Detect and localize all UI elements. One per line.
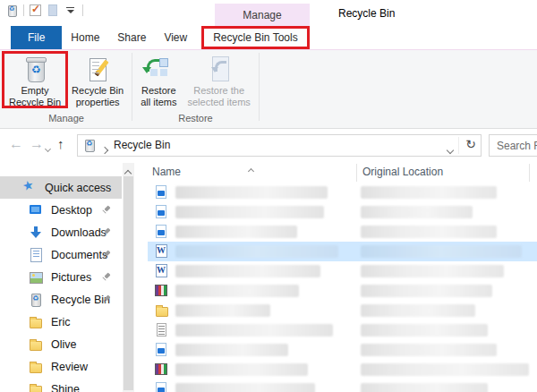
table-row[interactable] bbox=[148, 281, 537, 301]
redacted-original-location bbox=[361, 285, 492, 297]
empty-recycle-bin-icon bbox=[20, 54, 50, 84]
tab-share[interactable]: Share bbox=[108, 26, 155, 49]
redacted-file-name bbox=[175, 324, 333, 337]
sidebar-item-label: Downloads bbox=[51, 226, 107, 239]
address-separator bbox=[458, 137, 459, 154]
redacted-original-location bbox=[361, 206, 473, 218]
up-arrow-icon[interactable] bbox=[57, 136, 64, 151]
redacted-file-name bbox=[175, 344, 288, 356]
button-label: Restoreall items bbox=[141, 85, 176, 108]
media-file-icon bbox=[155, 205, 168, 219]
tab-view[interactable]: View bbox=[155, 26, 196, 49]
group-label-restore: Restore bbox=[135, 113, 256, 128]
desktop-icon bbox=[29, 203, 43, 217]
table-row[interactable] bbox=[148, 360, 537, 379]
column-header-name[interactable]: Name bbox=[152, 166, 181, 178]
group-label-manage: Manage bbox=[4, 113, 129, 128]
pin-icon bbox=[102, 227, 112, 237]
button-label: EmptyRecycle Bin bbox=[9, 85, 61, 108]
sidebar-item-label: Eric bbox=[51, 316, 71, 328]
sort-ascending-icon bbox=[249, 164, 253, 176]
redacted-original-location bbox=[361, 226, 497, 238]
sidebar-item-documents[interactable]: Documents bbox=[0, 243, 122, 266]
breadcrumb-chevron-icon[interactable] bbox=[102, 143, 107, 156]
recycle-bin-icon[interactable] bbox=[5, 4, 19, 17]
table-row[interactable] bbox=[148, 320, 537, 340]
sidebar-item-pictures[interactable]: Pictures bbox=[0, 266, 122, 288]
pin-icon bbox=[102, 272, 112, 282]
table-row[interactable] bbox=[148, 242, 537, 261]
column-separator[interactable] bbox=[529, 164, 530, 182]
sidebar-item-quick-access[interactable]: Quick access bbox=[0, 176, 122, 199]
button-recycle-bin-properties[interactable]: Recycle Binproperties bbox=[66, 52, 129, 110]
table-row[interactable] bbox=[148, 379, 537, 392]
table-row[interactable] bbox=[148, 340, 537, 360]
sidebar-item-shine[interactable]: Shine bbox=[0, 378, 122, 392]
forward-arrow-icon[interactable] bbox=[30, 136, 44, 152]
icon-detail bbox=[94, 60, 108, 77]
ribbon-group-buttons: Restoreall itemsRestore theselected item… bbox=[135, 50, 256, 113]
sidebar-item-downloads[interactable]: Downloads bbox=[0, 221, 122, 243]
recycle-bin-icon bbox=[29, 293, 43, 307]
folder-icon bbox=[155, 303, 168, 318]
search-input[interactable] bbox=[490, 135, 537, 156]
pin-icon bbox=[102, 294, 112, 304]
rar-file-icon bbox=[155, 284, 168, 298]
file-list bbox=[134, 183, 537, 392]
table-row[interactable] bbox=[148, 183, 537, 202]
recent-locations-dropdown-icon[interactable] bbox=[46, 141, 50, 154]
sidebar-item-recycle-bin[interactable]: Recycle Bin bbox=[0, 288, 122, 311]
folder-icon bbox=[29, 360, 43, 374]
recycle-bin-icon bbox=[83, 139, 97, 152]
search-box bbox=[489, 134, 537, 157]
redacted-original-location bbox=[361, 304, 475, 317]
restore-selected-items-icon bbox=[204, 54, 234, 84]
table-row[interactable] bbox=[148, 202, 537, 222]
group-separator bbox=[259, 53, 260, 121]
customize-toolbar-arrow-icon[interactable] bbox=[64, 4, 78, 17]
new-item-icon[interactable] bbox=[47, 4, 60, 17]
redacted-file-name bbox=[175, 383, 315, 392]
sidebar-items: Quick accessDesktopDownloadsDocumentsPic… bbox=[0, 176, 122, 392]
back-arrow-icon[interactable] bbox=[9, 136, 23, 152]
address-box[interactable]: Recycle Bin bbox=[77, 134, 482, 157]
redacted-original-location bbox=[361, 363, 529, 376]
sidebar-scrollbar[interactable] bbox=[123, 163, 134, 392]
tab-recycle-bin-tools[interactable]: Recycle Bin Tools bbox=[201, 26, 310, 49]
redacted-original-location bbox=[361, 383, 488, 392]
sidebar-item-olive[interactable]: Olive bbox=[0, 333, 122, 355]
recycle-bin-properties-icon bbox=[82, 54, 113, 84]
explorer-window: Manage Recycle Bin FileHomeShareViewRecy… bbox=[0, 0, 537, 392]
scrollbar-thumb[interactable] bbox=[124, 176, 133, 390]
column-header-original-location[interactable]: Original Location bbox=[362, 166, 443, 178]
tab-file[interactable]: File bbox=[11, 26, 62, 49]
table-row[interactable] bbox=[148, 301, 537, 320]
table-row[interactable] bbox=[148, 222, 537, 242]
redacted-file-name bbox=[175, 206, 324, 218]
button-restore-all-items[interactable]: Restoreall items bbox=[135, 52, 182, 110]
column-separator[interactable] bbox=[356, 164, 357, 182]
toolbar-separator bbox=[82, 4, 83, 16]
button-empty-recycle-bin[interactable]: EmptyRecycle Bin bbox=[4, 52, 66, 110]
button-restore-the-selected-items[interactable]: Restore theselected items bbox=[183, 52, 256, 110]
sidebar-item-eric[interactable]: Eric bbox=[0, 311, 122, 333]
word-file-icon bbox=[155, 264, 168, 278]
rar-file-icon bbox=[155, 362, 168, 377]
group-separator bbox=[132, 53, 132, 121]
icon-detail bbox=[26, 57, 47, 63]
toolbar-separator bbox=[23, 4, 24, 16]
refresh-icon[interactable] bbox=[465, 137, 476, 151]
redacted-file-name bbox=[175, 226, 297, 238]
breadcrumb[interactable]: Recycle Bin bbox=[114, 139, 170, 151]
sidebar-item-desktop[interactable]: Desktop bbox=[0, 199, 122, 221]
pin-icon bbox=[102, 250, 112, 260]
redacted-file-name bbox=[175, 285, 299, 297]
ribbon-group-restore: Restoreall itemsRestore theselected item… bbox=[135, 50, 256, 128]
tab-home[interactable]: Home bbox=[62, 26, 108, 49]
ribbon-group-manage: EmptyRecycle BinRecycle BinpropertiesMan… bbox=[4, 50, 129, 128]
media-file-icon bbox=[155, 185, 168, 200]
sidebar-item-review[interactable]: Review bbox=[0, 355, 122, 378]
address-dropdown-icon[interactable] bbox=[448, 143, 453, 156]
properties-check-icon[interactable] bbox=[29, 4, 42, 17]
table-row[interactable] bbox=[148, 261, 537, 281]
